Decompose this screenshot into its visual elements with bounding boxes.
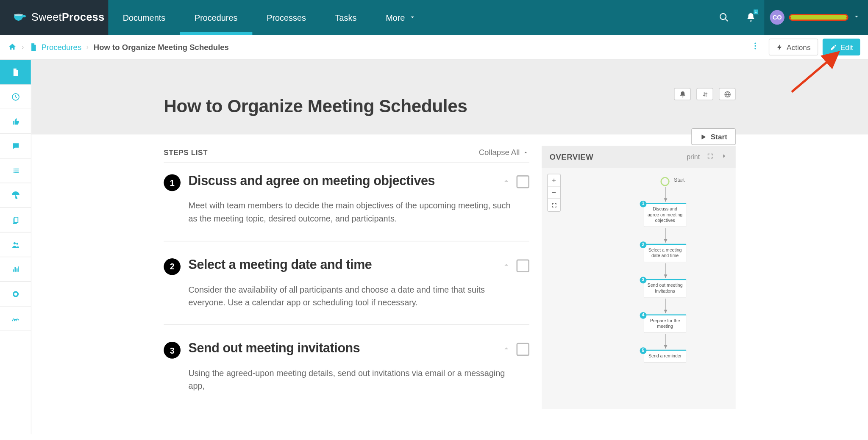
siderail-item[interactable] bbox=[0, 307, 31, 331]
siderail-item[interactable] bbox=[0, 134, 31, 158]
steps-list-heading: STEPS LIST bbox=[164, 148, 208, 157]
step-number: 1 bbox=[164, 174, 181, 191]
siderail-item[interactable] bbox=[0, 232, 31, 257]
sort-button[interactable] bbox=[696, 88, 713, 100]
search-icon bbox=[719, 12, 729, 22]
people-icon bbox=[11, 240, 20, 249]
flow-node-badge: 1 bbox=[640, 201, 647, 208]
expand-icon bbox=[707, 152, 714, 160]
actions-button[interactable]: Actions bbox=[769, 39, 818, 55]
flow-node-label: Send a reminder bbox=[648, 354, 682, 359]
flow-arrow bbox=[665, 263, 665, 278]
step-checkbox[interactable] bbox=[516, 175, 529, 188]
thumbs-up-icon bbox=[11, 117, 20, 126]
sort-icon bbox=[701, 91, 708, 98]
zoom-out-button[interactable]: − bbox=[548, 187, 560, 199]
breadcrumb-home[interactable] bbox=[8, 43, 17, 52]
steps-column: STEPS LIST Collapse All 1 Discuss and ag… bbox=[164, 146, 529, 424]
nav-item-processes[interactable]: Processes bbox=[252, 0, 320, 35]
zoom-fit-button[interactable] bbox=[548, 199, 560, 211]
next-button[interactable] bbox=[721, 152, 728, 161]
chevron-up-icon bbox=[502, 177, 511, 185]
more-options-button[interactable] bbox=[746, 41, 764, 53]
collapse-step-button[interactable] bbox=[502, 177, 511, 187]
step: 1 Discuss and agree on meeting objective… bbox=[164, 173, 529, 241]
chevron-down-icon bbox=[853, 13, 860, 22]
file-icon bbox=[29, 43, 38, 52]
edit-button[interactable]: Edit bbox=[822, 39, 860, 55]
flow-node[interactable]: 2Select a meeting date and time bbox=[644, 244, 687, 263]
flow-node[interactable]: 1Discuss and agree on meeting objectives bbox=[644, 203, 687, 227]
chevron-up-icon bbox=[502, 260, 511, 269]
side-rail bbox=[0, 60, 31, 434]
file-icon bbox=[11, 67, 20, 76]
copy-icon bbox=[11, 216, 20, 224]
search-button[interactable] bbox=[710, 0, 737, 35]
nav-item-more[interactable]: More bbox=[371, 0, 431, 35]
flow-node-badge: 2 bbox=[640, 241, 647, 248]
flow-start-node bbox=[660, 177, 669, 186]
siderail-item[interactable] bbox=[0, 109, 31, 134]
chevron-down-icon bbox=[409, 13, 416, 22]
fit-icon bbox=[551, 202, 557, 208]
user-name-redacted bbox=[789, 14, 848, 21]
brand-logo[interactable]: SweetProcess bbox=[0, 0, 108, 35]
zoom-in-button[interactable]: + bbox=[548, 174, 560, 186]
step-checkbox[interactable] bbox=[516, 259, 529, 272]
start-button[interactable]: Start bbox=[692, 128, 736, 145]
subscribe-button[interactable] bbox=[674, 88, 691, 100]
nav-item-label: More bbox=[386, 13, 405, 22]
nav-item-label: Procedures bbox=[195, 13, 237, 22]
notifications-button[interactable]: 1 bbox=[737, 0, 765, 35]
step-title: Send out meeting invitations bbox=[189, 340, 494, 356]
step-title: Discuss and agree on meeting objectives bbox=[189, 173, 494, 188]
globe-button[interactable] bbox=[719, 88, 736, 100]
breadcrumb-bar: › Procedures › How to Organize Meeting S… bbox=[0, 35, 868, 60]
svg-point-5 bbox=[13, 242, 15, 244]
breadcrumb-procedures[interactable]: Procedures bbox=[29, 43, 81, 52]
siderail-item[interactable] bbox=[0, 257, 31, 282]
collapse-step-button[interactable] bbox=[502, 344, 511, 354]
hero: How to Organize Meeting Schedules Start bbox=[31, 60, 868, 135]
flow-node[interactable]: 4Prepare for the meeting bbox=[644, 314, 687, 333]
step-number: 2 bbox=[164, 258, 181, 275]
siderail-item[interactable] bbox=[0, 282, 31, 306]
lightning-icon bbox=[776, 44, 783, 51]
siderail-item[interactable] bbox=[0, 158, 31, 183]
list-icon bbox=[11, 166, 20, 175]
siderail-item[interactable] bbox=[0, 60, 31, 85]
umbrella-icon bbox=[11, 191, 20, 199]
flow-arrow bbox=[665, 228, 665, 242]
nav-item-documents[interactable]: Documents bbox=[108, 0, 180, 35]
step-body: Consider the availability of all partici… bbox=[189, 282, 514, 309]
expand-button[interactable] bbox=[707, 152, 714, 161]
siderail-item[interactable] bbox=[0, 85, 31, 109]
siderail-item[interactable] bbox=[0, 183, 31, 208]
badge-icon bbox=[11, 289, 20, 298]
home-icon bbox=[8, 43, 17, 52]
svg-point-8 bbox=[14, 292, 17, 295]
breadcrumb-sep: › bbox=[81, 44, 94, 50]
nav-item-label: Tasks bbox=[335, 13, 357, 22]
nav-item-tasks[interactable]: Tasks bbox=[320, 0, 371, 35]
chat-icon bbox=[11, 141, 20, 150]
collapse-step-button[interactable] bbox=[502, 260, 511, 271]
flow-node[interactable]: 5Send a reminder bbox=[644, 350, 687, 363]
siderail-item[interactable] bbox=[0, 208, 31, 232]
nav-items: DocumentsProceduresProcessesTasksMore bbox=[108, 0, 431, 35]
flow-node[interactable]: 3Send out meeting invitations bbox=[644, 279, 687, 298]
flow-node-badge: 5 bbox=[640, 347, 647, 354]
user-menu[interactable]: CO bbox=[764, 0, 868, 35]
top-navbar: SweetProcess DocumentsProceduresProcesse… bbox=[0, 0, 868, 35]
chevron-up-icon bbox=[522, 149, 529, 156]
step-checkbox[interactable] bbox=[516, 343, 529, 356]
flow-arrow bbox=[665, 299, 665, 313]
print-button[interactable]: print bbox=[687, 153, 700, 161]
nav-item-procedures[interactable]: Procedures bbox=[180, 0, 252, 35]
clock-icon bbox=[11, 92, 20, 101]
collapse-all-button[interactable]: Collapse All bbox=[479, 148, 529, 157]
flow-arrow bbox=[665, 187, 665, 202]
overview-canvas: + − Start 1Discuss and agree on meeting … bbox=[542, 168, 736, 409]
breadcrumb-current: How to Organize Meeting Schedules bbox=[94, 43, 229, 52]
content: How to Organize Meeting Schedules Start … bbox=[31, 60, 868, 434]
